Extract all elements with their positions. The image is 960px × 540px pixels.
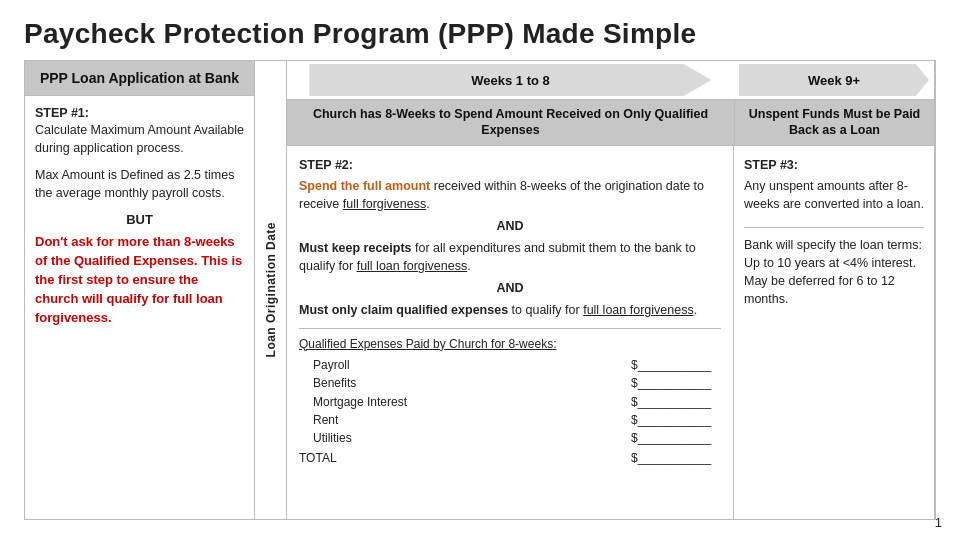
max-amount-text: Max Amount is Defined as 2.5 times the a… bbox=[35, 167, 244, 202]
expense-benefits: Benefits $___________ bbox=[299, 375, 721, 392]
center-subheader: Church has 8-Weeks to Spend Amount Recei… bbox=[287, 100, 734, 145]
expense-label-payroll: Payroll bbox=[313, 357, 350, 374]
expense-amount-benefits: $___________ bbox=[631, 375, 721, 392]
right-subheader: Unspent Funds Must be Paid Back as a Loa… bbox=[734, 100, 934, 145]
center-right-area: Weeks 1 to 8 Week 9+ Church has 8-Weeks … bbox=[287, 61, 935, 519]
expense-mortgage: Mortgage Interest $___________ bbox=[299, 394, 721, 411]
expense-label-utilities: Utilities bbox=[313, 430, 352, 447]
page-title: Paycheck Protection Program (PPP) Made S… bbox=[24, 18, 936, 50]
must-keep-receipts: Must keep receipts bbox=[299, 241, 412, 255]
full-loan-forgiveness-3: full loan forgiveness bbox=[583, 303, 693, 317]
left-column: PPP Loan Application at Bank STEP #1: Ca… bbox=[25, 61, 255, 519]
and1: AND bbox=[299, 217, 721, 235]
header-row: Weeks 1 to 8 Week 9+ bbox=[287, 61, 934, 100]
expense-utilities: Utilities $___________ bbox=[299, 430, 721, 447]
step2-line1: Spend the full amount received within 8-… bbox=[299, 177, 721, 213]
page-number: 1 bbox=[935, 515, 942, 530]
body-row: STEP #2: Spend the full amount received … bbox=[287, 146, 934, 520]
step3-line1: Any unspent amounts after 8-weeks are co… bbox=[744, 177, 924, 213]
step2-label: STEP #2: bbox=[299, 156, 721, 174]
content-area: PPP Loan Application at Bank STEP #1: Ca… bbox=[24, 60, 936, 520]
right-divider bbox=[744, 227, 924, 228]
weeks-arrow-shape: Weeks 1 to 8 bbox=[309, 64, 711, 96]
subheader-row: Church has 8-Weeks to Spend Amount Recei… bbox=[287, 100, 934, 146]
page: Paycheck Protection Program (PPP) Made S… bbox=[0, 0, 960, 540]
middle-column: Loan Origination Date bbox=[255, 61, 287, 519]
total-label: TOTAL bbox=[299, 450, 337, 467]
must-only-claim: Must only claim qualified expenses bbox=[299, 303, 508, 317]
expense-amount-utilities: $___________ bbox=[631, 430, 721, 447]
expense-amount-rent: $___________ bbox=[631, 412, 721, 429]
but-label: BUT bbox=[35, 212, 244, 227]
week9-arrow-shape: Week 9+ bbox=[739, 64, 929, 96]
step2-line3: Must only claim qualified expenses to qu… bbox=[299, 301, 721, 319]
step3-label: STEP #3: bbox=[744, 156, 924, 174]
and2: AND bbox=[299, 279, 721, 297]
full-loan-forgiveness-2: full loan forgiveness bbox=[357, 259, 467, 273]
step2-line2: Must keep receipts for all expenditures … bbox=[299, 239, 721, 275]
weeks-arrow: Weeks 1 to 8 bbox=[287, 61, 734, 99]
week9-label: Week 9+ bbox=[808, 73, 860, 88]
expense-rent: Rent $___________ bbox=[299, 412, 721, 429]
loan-origination-label: Loan Origination Date bbox=[264, 222, 278, 357]
left-column-body: STEP #1: Calculate Maximum Amount Availa… bbox=[25, 96, 254, 519]
weeks-header: Weeks 1 to 8 bbox=[287, 61, 734, 99]
total-amount: $___________ bbox=[631, 450, 721, 467]
qualified-title: Qualified Expenses Paid by Church for 8-… bbox=[299, 336, 721, 353]
expense-total-row: TOTAL $___________ bbox=[299, 450, 721, 467]
expense-label-benefits: Benefits bbox=[313, 375, 356, 392]
step3-line2: Bank will specify the loan terms: Up to … bbox=[744, 236, 924, 309]
weeks-label: Weeks 1 to 8 bbox=[471, 73, 550, 88]
expense-label-rent: Rent bbox=[313, 412, 338, 429]
highlight-text: Don't ask for more than 8-weeks of the Q… bbox=[35, 233, 244, 327]
step1-label: STEP #1: bbox=[35, 106, 244, 120]
week9-header: Week 9+ bbox=[734, 61, 934, 99]
full-forgiveness-1: full forgiveness bbox=[343, 197, 426, 211]
expense-label-mortgage: Mortgage Interest bbox=[313, 394, 407, 411]
left-column-header: PPP Loan Application at Bank bbox=[25, 61, 254, 96]
spend-full-amount: Spend the full amount bbox=[299, 179, 430, 193]
center-main-body: STEP #2: Spend the full amount received … bbox=[287, 146, 734, 520]
qualified-expenses-section: Qualified Expenses Paid by Church for 8-… bbox=[299, 328, 721, 468]
expense-amount-mortgage: $___________ bbox=[631, 394, 721, 411]
step1-desc: Calculate Maximum Amount Available durin… bbox=[35, 122, 244, 157]
expense-payroll: Payroll $___________ bbox=[299, 357, 721, 374]
right-column-body: STEP #3: Any unspent amounts after 8-wee… bbox=[734, 146, 934, 520]
expense-amount-payroll: $___________ bbox=[631, 357, 721, 374]
